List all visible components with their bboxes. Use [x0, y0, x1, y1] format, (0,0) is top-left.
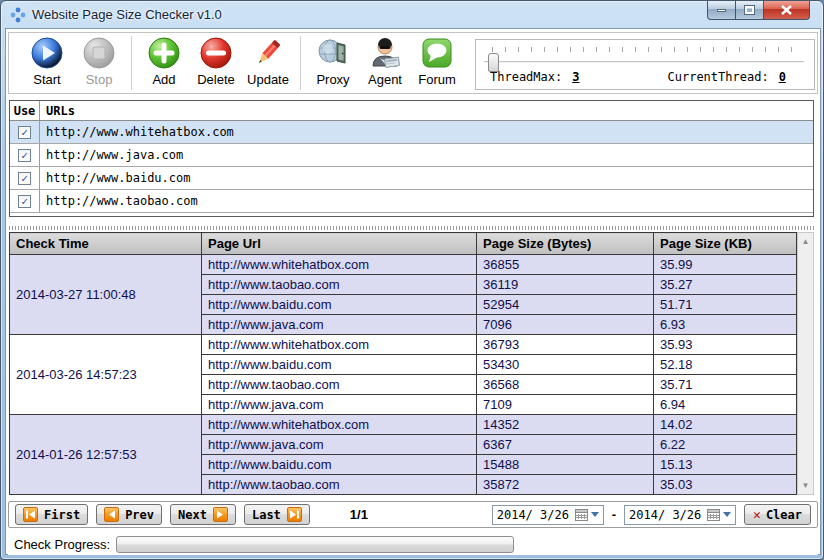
toolbar-button-label: Agent: [359, 72, 411, 87]
page-size-bytes-cell: 6367: [477, 435, 654, 455]
last-page-button[interactable]: Last: [244, 504, 310, 525]
page-size-kb-cell: 35.93: [654, 335, 797, 355]
result-row[interactable]: 2014-03-27 11:00:48http://www.whitehatbo…: [10, 255, 797, 275]
url-text: http://www.whitehatbox.com: [40, 125, 813, 139]
page-size-bytes-cell: 36793: [477, 335, 654, 355]
next-page-button[interactable]: Next: [170, 504, 236, 525]
date-range-separator: -: [612, 507, 616, 522]
clear-x-icon: ✕: [753, 507, 761, 522]
toolbar-button-label: Forum: [411, 72, 463, 87]
page-url-cell: http://www.java.com: [202, 315, 477, 335]
maximize-icon: [745, 6, 754, 14]
page-size-bytes-cell: 7096: [477, 315, 654, 335]
page-size-bytes-cell: 7109: [477, 395, 654, 415]
date-to-picker[interactable]: 2014/ 3/26: [624, 505, 736, 525]
date-from-picker[interactable]: 2014/ 3/26: [492, 505, 604, 525]
url-row[interactable]: ✓http://www.java.com: [10, 144, 813, 167]
proxy-button[interactable]: Proxy: [307, 36, 359, 87]
titlebar[interactable]: Website Page Size Checker v1.0: [1, 1, 823, 28]
next-page-label: Next: [178, 508, 207, 522]
date-from-value: 2014/ 3/26: [497, 508, 575, 522]
page-size-kb-cell: 35.99: [654, 255, 797, 275]
toolbar-button-label: Start: [21, 72, 73, 87]
use-cell: ✓: [10, 144, 40, 166]
page-url-cell: http://www.whitehatbox.com: [202, 255, 477, 275]
add-button[interactable]: Add: [138, 36, 190, 87]
chevron-down-icon[interactable]: [723, 512, 731, 517]
window-title: Website Page Size Checker v1.0: [32, 7, 222, 22]
page-url-cell: http://www.taobao.com: [202, 375, 477, 395]
results-table-body: 2014-03-27 11:00:48http://www.whitehatbo…: [10, 255, 797, 495]
results-header-row: Check Time Page Url Page Size (Bytes) Pa…: [10, 233, 797, 255]
page-url-cell: http://www.baidu.com: [202, 455, 477, 475]
thread-max-value: 3: [572, 70, 579, 84]
page-url-cell: http://www.baidu.com: [202, 295, 477, 315]
forum-bubble-icon: [420, 36, 454, 72]
thread-slider-track[interactable]: [484, 61, 804, 63]
use-checkbox[interactable]: ✓: [18, 149, 31, 162]
use-checkbox[interactable]: ✓: [18, 126, 31, 139]
page-size-bytes-column-header[interactable]: Page Size (Bytes): [477, 233, 654, 255]
splitter-bar[interactable]: [9, 226, 814, 230]
page-size-bytes-cell: 36568: [477, 375, 654, 395]
check-time-cell: 2014-03-27 11:00:48: [10, 255, 202, 335]
page-size-bytes-cell: 36119: [477, 275, 654, 295]
last-page-label: Last: [252, 508, 281, 522]
url-text: http://www.baidu.com: [40, 171, 813, 185]
toolbar-separator: [131, 36, 132, 90]
page-url-cell: http://www.baidu.com: [202, 355, 477, 375]
first-page-button[interactable]: First: [15, 504, 88, 525]
toolbar-button-label: Delete: [190, 72, 242, 87]
results-panel: Check Time Page Url Page Size (Bytes) Pa…: [9, 232, 814, 495]
stop-button[interactable]: Stop: [73, 36, 125, 87]
delete-minus-icon: [199, 36, 233, 72]
url-row[interactable]: ✓http://www.whitehatbox.com: [10, 121, 813, 144]
check-progress-label: Check Progress:: [14, 537, 110, 552]
minimize-icon: [717, 9, 726, 12]
update-button[interactable]: Update: [242, 36, 294, 87]
use-cell: ✓: [10, 190, 40, 212]
page-size-kb-cell: 35.03: [654, 475, 797, 495]
result-row[interactable]: 2014-03-26 14:57:23http://www.whitehatbo…: [10, 335, 797, 355]
vertical-scrollbar[interactable]: ▲ ▼: [797, 232, 814, 495]
use-cell: ✓: [10, 121, 40, 143]
page-size-kb-cell: 51.71: [654, 295, 797, 315]
stop-icon: [82, 36, 116, 72]
url-row[interactable]: ✓http://www.taobao.com: [10, 190, 813, 213]
url-list-panel: Use URLs ✓http://www.whitehatbox.com✓htt…: [9, 100, 814, 217]
use-checkbox[interactable]: ✓: [18, 195, 31, 208]
url-row[interactable]: ✓http://www.baidu.com: [10, 167, 813, 190]
close-icon: [781, 5, 792, 15]
page-size-bytes-cell: 36855: [477, 255, 654, 275]
calendar-icon: [707, 508, 720, 521]
scroll-up-icon[interactable]: ▲: [799, 234, 812, 249]
page-size-kb-column-header[interactable]: Page Size (KB): [654, 233, 797, 255]
forum-button[interactable]: Forum: [411, 36, 463, 87]
prev-page-button[interactable]: Prev: [96, 504, 162, 525]
close-button[interactable]: [764, 1, 810, 20]
results-table: Check Time Page Url Page Size (Bytes) Pa…: [9, 232, 797, 495]
maximize-button[interactable]: [736, 1, 764, 20]
page-url-cell: http://www.whitehatbox.com: [202, 335, 477, 355]
scroll-down-icon[interactable]: ▼: [799, 478, 812, 493]
last-page-icon: [287, 507, 302, 522]
page-size-bytes-cell: 53430: [477, 355, 654, 375]
result-row[interactable]: 2014-01-26 12:57:53http://www.whitehatbo…: [10, 415, 797, 435]
page-size-kb-cell: 52.18: [654, 355, 797, 375]
use-checkbox[interactable]: ✓: [18, 172, 31, 185]
start-button[interactable]: Start: [21, 36, 73, 87]
page-size-kb-cell: 35.27: [654, 275, 797, 295]
check-progress-bar: [116, 536, 514, 553]
page-url-column-header[interactable]: Page Url: [202, 233, 477, 255]
delete-button[interactable]: Delete: [190, 36, 242, 87]
toolbar-button-label: Add: [138, 72, 190, 87]
check-time-column-header[interactable]: Check Time: [10, 233, 202, 255]
agent-button[interactable]: Agent: [359, 36, 411, 87]
clear-button[interactable]: ✕ Clear: [744, 504, 811, 525]
next-page-icon: [213, 507, 228, 522]
minimize-button[interactable]: [707, 1, 736, 20]
page-size-bytes-cell: 14352: [477, 415, 654, 435]
toolbar-separator: [300, 36, 301, 90]
thread-panel: ThreadMax: 3 CurrentThread: 0: [475, 39, 815, 90]
chevron-down-icon[interactable]: [591, 512, 599, 517]
